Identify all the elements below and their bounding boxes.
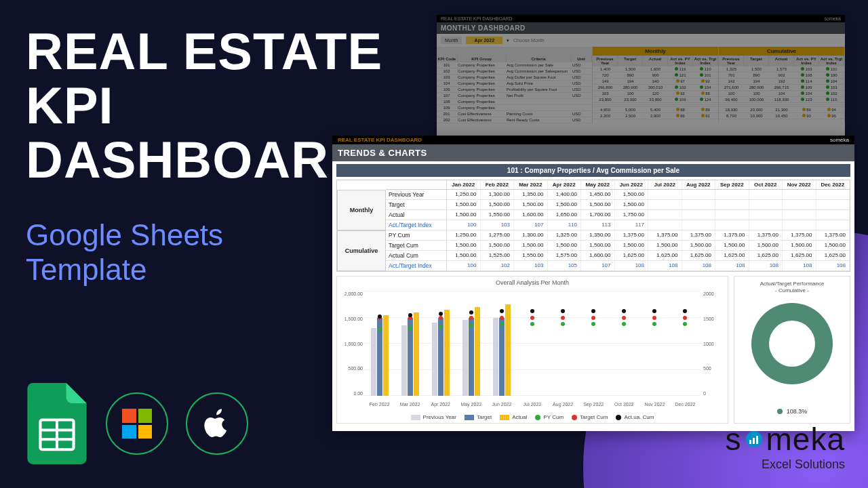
hero-subtitle: Google Sheets Template	[26, 218, 223, 287]
pt-wm: someka	[830, 137, 849, 143]
donut-chart: Actual/Target Performance- Cumulative - …	[734, 276, 850, 424]
pm-band: MONTHLY DASHBOARD	[437, 22, 845, 34]
chart-legend: Previous Year Target Actual PY Cum Targe…	[337, 414, 728, 420]
brand-name-suffix: meka	[766, 421, 845, 458]
month-label: Month	[441, 37, 462, 44]
brand-block: s meka Excel Solutions	[726, 421, 845, 472]
brand-logo-icon	[746, 431, 762, 447]
donut-ring	[751, 303, 833, 384]
pt-product: REAL ESTATE KPI DASHBOARD	[338, 137, 422, 143]
hero-sub-l2: Template	[26, 253, 147, 286]
donut-value: 108.3%	[787, 408, 808, 415]
hero-sub-l1: Google Sheets	[26, 218, 223, 251]
block-cum-title: Cumulative	[719, 47, 844, 56]
monthly-dashboard-panel: REAL ESTATE KPI DASHBOARDsomeka MONTHLY …	[437, 15, 845, 156]
hero-title-l1: REAL ESTATE	[26, 22, 382, 80]
overall-chart: Overall Analysis Per Month 2,000.001,500…	[336, 276, 728, 424]
pt-band: TRENDS & CHARTS	[332, 144, 854, 161]
choose-month-hint: Choose Month	[513, 38, 545, 43]
group-monthly: Monthly	[337, 190, 386, 230]
group-cumulative: Cumulative	[337, 230, 386, 271]
legend-tgt: Target	[477, 414, 492, 420]
pm-wm: someka	[824, 16, 841, 21]
brand-name-prefix: s	[726, 421, 742, 458]
kpi-title-bar: 101 : Company Properties / Avg Commissio…	[336, 164, 850, 177]
legend-pycum: PY Cum	[543, 414, 564, 420]
legend-act: Actual	[512, 414, 527, 420]
block-monthly-title: Monthly	[593, 47, 718, 56]
legend-actcum: Act.ua. Cum	[624, 414, 654, 420]
brand-subtitle: Excel Solutions	[726, 458, 845, 472]
platform-icons	[26, 383, 248, 464]
apple-icon	[186, 392, 248, 455]
month-dropdown-icon[interactable]: ▾	[507, 38, 509, 43]
donut-title-2: - Cumulative -	[775, 287, 809, 293]
trends-table: Monthly Cumulative Jan 2022Feb 2022Mar 2…	[336, 180, 850, 272]
donut-title-1: Actual/Target Performance	[760, 281, 825, 287]
windows-icon	[106, 392, 168, 455]
hero-title-l3: DASHBOARD	[26, 131, 367, 188]
hero-title-l2: KPI	[26, 77, 114, 134]
trends-panel: REAL ESTATE KPI DASHBOARDsomeka TRENDS &…	[332, 136, 854, 431]
month-selector[interactable]: Apr 2022	[466, 37, 502, 44]
legend-prev: Previous Year	[423, 414, 456, 420]
legend-tgtcum: Target Cum	[580, 414, 608, 420]
google-sheets-icon	[26, 383, 88, 464]
chart-main-title: Overall Analysis Per Month	[337, 279, 728, 286]
hero-title: REAL ESTATE KPI DASHBOARD	[26, 24, 382, 186]
pm-product: REAL ESTATE KPI DASHBOARD	[441, 16, 513, 21]
